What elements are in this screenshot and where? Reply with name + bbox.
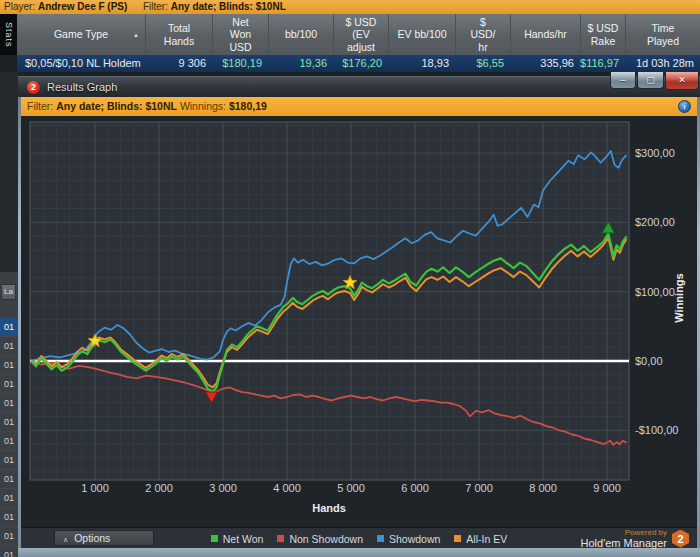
legend-item[interactable]: All-In EV <box>454 533 507 545</box>
legend-swatch-icon <box>377 535 384 542</box>
close-button[interactable]: ✕ <box>665 72 699 90</box>
table-cell: 335,96 <box>510 55 580 72</box>
y-tick-label: -$100,00 <box>635 424 678 436</box>
session-rows: 010101010101010101010101010101 <box>0 318 18 557</box>
results-chart: 1 0002 0003 0004 0005 0006 0007 0008 000… <box>21 116 697 527</box>
tab-stats[interactable]: Stats <box>0 14 17 55</box>
app-top-bar: Player: Andrew Dee F (PS) Filter: Any da… <box>0 0 700 14</box>
table-cell: 18,93 <box>388 55 455 72</box>
column-header[interactable]: Game Type▲ <box>17 14 145 55</box>
table-cell: 9 306 <box>145 55 212 72</box>
graph-filter-label: Filter: <box>27 100 53 112</box>
legend-swatch-icon <box>454 535 461 542</box>
y-tick-label: $100,00 <box>635 286 675 298</box>
session-row[interactable]: 01 <box>0 356 18 375</box>
x-tick-label: 6 000 <box>401 482 429 494</box>
maximize-button[interactable]: ▢ <box>637 72 664 89</box>
minimize-button[interactable]: – <box>610 72 636 89</box>
legend-label: Net Won <box>223 533 264 545</box>
stats-table-header: Game Type▲Total HandsNet Won USDbb/100$ … <box>17 14 700 55</box>
table-cell: $176,20 <box>333 55 388 72</box>
column-header[interactable]: $ USD/ hr <box>455 14 510 55</box>
session-row[interactable]: 01 <box>0 527 18 546</box>
graph-filter-value: Any date; Blinds: $10NL <box>56 100 177 112</box>
collapsed-side-button[interactable]: La <box>1 284 16 300</box>
winnings-label: Winnings: <box>180 100 226 112</box>
table-cell: $116,97 <box>580 55 625 72</box>
y-tick-label: $200,00 <box>635 216 675 228</box>
session-list-panel: La 010101010101010101010101010101 <box>0 272 18 557</box>
y-tick-label: $300,00 <box>635 147 675 159</box>
legend-label: All-In EV <box>466 533 507 545</box>
session-row[interactable]: 01 <box>0 318 18 337</box>
session-row[interactable]: 01 <box>0 394 18 413</box>
powered-by-line2: Hold'em Manager <box>581 538 667 549</box>
winnings-value: $180,19 <box>229 100 267 112</box>
session-row[interactable]: 01 <box>0 470 18 489</box>
hm2-logo-icon: 2 <box>672 530 689 548</box>
session-row[interactable]: 01 <box>0 375 18 394</box>
x-tick-label: 1 000 <box>81 482 109 494</box>
session-row[interactable]: 01 <box>0 337 18 356</box>
window-controls: – ▢ ✕ <box>609 72 699 90</box>
legend-label: Non Showdown <box>289 533 363 545</box>
legend-item[interactable]: Non Showdown <box>277 533 363 545</box>
column-header[interactable]: Total Hands <box>145 14 212 55</box>
x-tick-label: 7 000 <box>465 482 493 494</box>
column-header[interactable]: Net Won USD <box>212 14 268 55</box>
filter-value: Any date; Blinds: $10NL <box>171 1 286 12</box>
options-button[interactable]: ∧Options <box>54 530 154 546</box>
window-title: Results Graph <box>47 81 117 93</box>
session-row[interactable]: 01 <box>0 546 18 557</box>
chevron-up-icon: ∧ <box>63 536 68 543</box>
stats-table-row[interactable]: $0,05/$0,10 NL Holdem9 306$180,1919,36$1… <box>17 55 700 72</box>
column-header[interactable]: $ USD (EV adjust <box>333 14 388 55</box>
session-row[interactable]: 01 <box>0 413 18 432</box>
powered-by-line1: Powered by <box>581 529 667 537</box>
table-cell: 19,36 <box>268 55 333 72</box>
session-row[interactable]: 01 <box>0 451 18 470</box>
filter-label: Filter: <box>143 1 168 12</box>
column-header[interactable]: bb/100 <box>268 14 333 55</box>
legend-swatch-icon <box>211 535 218 542</box>
title-bar[interactable]: 2 Results Graph <box>18 76 700 97</box>
plot-background <box>30 122 629 480</box>
table-cell: 1d 03h 28m <box>625 55 700 72</box>
legend-item[interactable]: Showdown <box>377 533 440 545</box>
column-header[interactable]: Time Played <box>625 14 700 55</box>
table-cell: $6,55 <box>455 55 510 72</box>
options-label: Options <box>74 532 110 544</box>
powered-by: Powered by Hold'em Manager 2 <box>581 528 689 549</box>
hm2-app-icon: 2 <box>27 81 40 94</box>
background-window-sliver: La 010101010101010101010101010101 <box>0 72 18 557</box>
column-header[interactable]: Hands/hr <box>510 14 580 55</box>
y-tick-label: $0,00 <box>635 355 663 367</box>
y-axis-title: Winnings <box>673 273 685 322</box>
legend-swatch-icon <box>277 535 284 542</box>
bottom-bar: Net WonNon ShowdownShowdownAll-In EV ∧Op… <box>21 527 697 548</box>
session-row[interactable]: 01 <box>0 489 18 508</box>
x-tick-label: 9 000 <box>593 482 621 494</box>
session-row[interactable]: 01 <box>0 432 18 451</box>
column-header[interactable]: $ USD Rake <box>580 14 625 55</box>
x-tick-label: 2 000 <box>145 482 173 494</box>
table-cell: $180,19 <box>212 55 268 72</box>
table-cell: $0,05/$0,10 NL Holdem <box>17 55 145 72</box>
graph-filter-bar: Filter: Any date; Blinds: $10NL Winnings… <box>21 97 697 116</box>
x-tick-label: 8 000 <box>529 482 557 494</box>
x-tick-label: 5 000 <box>337 482 365 494</box>
results-graph-window: 2 Results Graph – ▢ ✕ Filter: Any date; … <box>18 76 700 557</box>
player-label: Player: <box>4 1 35 12</box>
session-row[interactable]: 01 <box>0 508 18 527</box>
legend-item[interactable]: Net Won <box>211 533 264 545</box>
x-axis-title: Hands <box>312 502 346 514</box>
info-icon[interactable]: i <box>678 100 691 113</box>
x-tick-label: 3 000 <box>209 482 237 494</box>
legend-label: Showdown <box>389 533 440 545</box>
sort-asc-icon: ▲ <box>133 31 139 38</box>
chart-region: 1 0002 0003 0004 0005 0006 0007 0008 000… <box>21 116 697 527</box>
player-value: Andrew Dee F (PS) <box>38 1 127 12</box>
x-tick-label: 4 000 <box>273 482 301 494</box>
column-header[interactable]: EV bb/100 <box>388 14 455 55</box>
window-frame-bottom <box>18 548 700 557</box>
